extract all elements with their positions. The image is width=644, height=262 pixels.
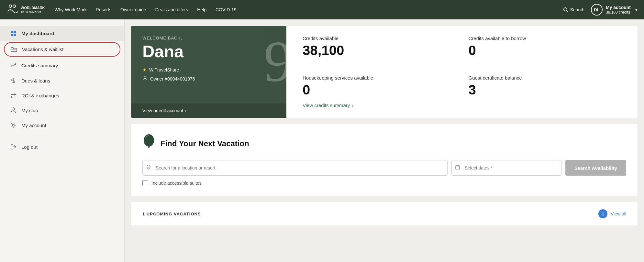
edit-link-text: View or edit account xyxy=(142,108,183,113)
chevron-right-icon: › xyxy=(185,108,187,113)
view-edit-account-button[interactable]: View or edit account › xyxy=(131,104,286,118)
search-row: Search Availability xyxy=(142,160,626,176)
welcome-greeting: WELCOME BACK, xyxy=(142,36,275,40)
sidebar-divider xyxy=(6,136,118,136)
nav-resorts[interactable]: Resorts xyxy=(96,7,111,12)
search-availability-button[interactable]: Search Availability xyxy=(565,160,626,176)
nav-help[interactable]: Help xyxy=(197,7,206,12)
welcome-owner: Owner #00044001076 xyxy=(142,76,275,82)
housekeeping-label: Housekeeping services available xyxy=(303,75,456,81)
logo-line2: BY WYNDHAM xyxy=(21,10,45,14)
credits-borrow-block: Credits available to borrow 0 xyxy=(469,36,622,69)
logout-icon xyxy=(10,144,17,150)
nav-right: Search DL My account 38,100 credits ▾ xyxy=(563,4,638,16)
account-info: My account 38,100 credits xyxy=(606,5,631,15)
housekeeping-block: Housekeeping services available 0 xyxy=(303,75,456,97)
accessible-suites-checkbox[interactable] xyxy=(142,180,148,186)
sidebar: My dashboard Vacations & waitlist xyxy=(0,19,125,262)
owner-number: Owner #00044001076 xyxy=(150,76,195,82)
upcoming-vacations-section: 1 UPCOMING VACATIONS 1 View all xyxy=(131,202,638,225)
logo[interactable]: WORLDMARK BY WYNDHAM xyxy=(6,3,45,16)
accessible-suites-label[interactable]: Include accessible suites xyxy=(151,180,202,186)
date-search-wrap xyxy=(451,160,561,176)
svg-point-11 xyxy=(16,64,17,65)
sidebar-item-rci-exchanges[interactable]: RCI & exchanges xyxy=(0,88,124,103)
nav-links: Why WorldMark Resorts Owner guide Deals … xyxy=(55,7,563,12)
sidebar-label-my-account: My account xyxy=(21,123,46,128)
sidebar-label-credits-summary: Credits summary xyxy=(21,63,58,68)
stats-panel: Credits available 38,100 Credits availab… xyxy=(286,26,638,118)
guest-cert-value: 3 xyxy=(469,82,622,97)
sidebar-item-my-account[interactable]: My account xyxy=(0,118,124,133)
nav-deals[interactable]: Deals and offers xyxy=(155,7,188,12)
arrow-right-icon: › xyxy=(352,103,353,108)
dollar-icon xyxy=(10,77,17,84)
view-all-link[interactable]: View all xyxy=(611,211,626,216)
find-vacation-title: Find Your Next Vacation xyxy=(161,139,249,148)
credits-available-block: Credits available 38,100 xyxy=(303,36,456,69)
owner-icon xyxy=(142,76,148,82)
svg-point-16 xyxy=(144,77,146,79)
upcoming-title: 1 UPCOMING VACATIONS xyxy=(142,212,201,216)
person-icon xyxy=(10,107,17,113)
svg-point-13 xyxy=(12,108,15,110)
welcome-name: Dana xyxy=(142,42,275,61)
search-label: Search xyxy=(570,7,584,12)
view-credits-text: View credits summary xyxy=(303,103,350,108)
svg-line-3 xyxy=(566,11,568,12)
bed-icon xyxy=(10,47,17,52)
housekeeping-value: 0 xyxy=(303,82,456,97)
sidebar-item-my-club[interactable]: My club xyxy=(0,103,124,118)
accessible-suites-row: Include accessible suites xyxy=(142,180,626,186)
chart-icon xyxy=(10,62,17,68)
svg-rect-8 xyxy=(11,49,17,51)
search-button[interactable]: Search xyxy=(563,7,584,12)
search-icon xyxy=(563,7,568,12)
top-navigation: WORLDMARK BY WYNDHAM Why WorldMark Resor… xyxy=(0,0,644,19)
view-credits-summary-link[interactable]: View credits summary › xyxy=(303,103,456,108)
calendar-icon xyxy=(455,165,460,171)
sidebar-label-vacations-waitlist: Vacations & waitlist xyxy=(22,47,63,52)
balloon-icon xyxy=(142,134,155,153)
sidebar-item-my-dashboard[interactable]: My dashboard xyxy=(0,26,124,41)
sidebar-label-my-dashboard: My dashboard xyxy=(21,31,54,36)
sidebar-item-vacations-waitlist[interactable]: Vacations & waitlist xyxy=(4,42,120,57)
sidebar-label-rci-exchanges: RCI & exchanges xyxy=(21,93,59,98)
exchange-icon xyxy=(10,93,17,98)
account-button[interactable]: DL My account 38,100 credits ▾ xyxy=(591,4,638,16)
top-section: 9 WELCOME BACK, Dana ★ W TravelShare Own… xyxy=(131,26,638,118)
avatar: DL xyxy=(591,4,603,16)
location-search-input[interactable] xyxy=(142,160,448,176)
grid-icon xyxy=(10,30,17,36)
chevron-down-icon: ▾ xyxy=(635,7,638,12)
svg-point-17 xyxy=(144,134,154,147)
nav-covid[interactable]: COVID-19 xyxy=(216,7,237,12)
guest-cert-label: Guest certificate balance xyxy=(469,75,622,81)
svg-point-14 xyxy=(12,124,14,126)
content-area: 9 WELCOME BACK, Dana ★ W TravelShare Own… xyxy=(125,19,644,262)
badge-label: W TravelShare xyxy=(149,67,179,72)
sidebar-label-my-club: My club xyxy=(21,108,38,113)
svg-rect-19 xyxy=(456,166,460,169)
welcome-card: 9 WELCOME BACK, Dana ★ W TravelShare Own… xyxy=(131,26,286,118)
sidebar-item-log-out[interactable]: Log out xyxy=(0,139,124,154)
svg-rect-5 xyxy=(14,31,16,33)
date-search-input[interactable] xyxy=(451,160,561,176)
upcoming-count-badge: 1 xyxy=(598,209,607,218)
sidebar-item-credits-summary[interactable]: Credits summary xyxy=(0,58,124,73)
svg-point-18 xyxy=(148,166,149,167)
svg-rect-4 xyxy=(11,31,13,33)
welcome-badge: ★ W TravelShare xyxy=(142,67,275,72)
svg-point-1 xyxy=(13,5,16,7)
nav-why-worldmark[interactable]: Why WorldMark xyxy=(55,7,87,12)
sidebar-item-dues-loans[interactable]: Dues & loans xyxy=(0,73,124,88)
welcome-decoration: 9 xyxy=(264,32,286,91)
nav-owner-guide[interactable]: Owner guide xyxy=(120,7,146,12)
svg-rect-7 xyxy=(14,34,16,36)
sidebar-label-log-out: Log out xyxy=(21,144,38,150)
star-icon: ★ xyxy=(142,67,147,72)
main-layout: My dashboard Vacations & waitlist xyxy=(0,19,644,262)
find-vacation-section: Find Your Next Vacation xyxy=(131,124,638,196)
svg-point-0 xyxy=(9,5,12,7)
gear-icon xyxy=(10,122,17,128)
